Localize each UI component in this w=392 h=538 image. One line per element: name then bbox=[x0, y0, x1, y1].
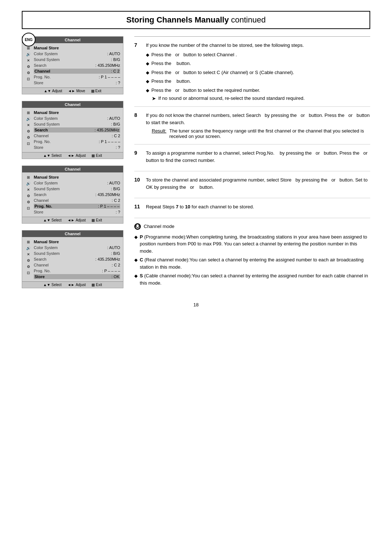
menu-box-1: Channel ⊞ 🔊 ✕ ⚙ ⚙ ⊡ Manual Store Color S… bbox=[22, 36, 123, 94]
channel-mode-p-text: P (Programme mode):When completing tunin… bbox=[140, 233, 370, 255]
step-9: 9 To assign a programme number to a chan… bbox=[134, 150, 370, 171]
menu-row: Store: ? bbox=[34, 209, 120, 215]
footer-exit: ▦Exit bbox=[91, 283, 102, 287]
channel-mode-header: Channel mode bbox=[134, 223, 370, 230]
menu-icon-sound: 🔊 bbox=[25, 245, 32, 250]
menu-row: Sound System: B/G bbox=[34, 122, 120, 127]
menu-row: Manual Store bbox=[34, 239, 120, 244]
step-11: 11 Repeat Steps 7 to 10 for each channel… bbox=[134, 203, 370, 218]
menu-icon-grid: ⊞ bbox=[25, 175, 32, 180]
bullet-item: ◆ Press the or button to select Channel … bbox=[146, 51, 370, 58]
bullet-item: ◆ Press the button. bbox=[146, 60, 370, 67]
svg-point-0 bbox=[136, 224, 139, 227]
menu-icon-text: ⊡ bbox=[25, 76, 32, 81]
menu-icon-settings: ⚙ bbox=[25, 193, 32, 198]
content-area: Channel ⊞ 🔊 ✕ ⚙ ⚙ ⊡ Manual Store Color S… bbox=[22, 36, 370, 295]
menu-3-icons: ⊞ 🔊 ✕ ⚙ ⚙ ⊡ bbox=[25, 175, 32, 215]
step-number-7: 7 bbox=[134, 42, 142, 101]
step-10-intro: To store the channel and associated prog… bbox=[146, 176, 370, 191]
menu-row: Sound System: B/G bbox=[34, 186, 120, 191]
channel-mode-bullet-s: ◆ S (Cable channel mode):You can select … bbox=[134, 272, 370, 286]
diamond-icon: ◆ bbox=[134, 234, 138, 255]
menu-row: Search: 435.250MHz bbox=[34, 257, 120, 262]
footer-exit: ▦Exit bbox=[91, 218, 102, 222]
menu-icon-text: ⊡ bbox=[25, 270, 32, 275]
page-header: Storing Channels Manually continued bbox=[22, 11, 370, 29]
channel-mode-s-text: S (Cable channel mode):You can select a … bbox=[140, 272, 370, 286]
footer-adjust: ◄►Adjust bbox=[68, 283, 86, 287]
page-title: Storing Channels Manually continued bbox=[30, 15, 362, 25]
diamond-icon: ◆ bbox=[134, 273, 138, 286]
menu-1-icons: ⊞ 🔊 ✕ ⚙ ⚙ ⊡ bbox=[25, 45, 32, 85]
menu-row: Color System: AUTO bbox=[34, 51, 120, 56]
bullet-text: Press the button. bbox=[151, 60, 191, 67]
menu-row: Store: ? bbox=[34, 80, 120, 85]
menu-icon-text: ⊡ bbox=[25, 141, 32, 146]
channel-mode-section: Channel mode ◆ P (Programme mode):When c… bbox=[134, 223, 370, 287]
menu-1-footer: ▲▼Adjust ◄►Move ▦Exit bbox=[22, 87, 123, 94]
menu-icon-settings: ⚙ bbox=[25, 129, 32, 134]
step-11-intro: Repeat Steps 7 to 10 for each channel to… bbox=[146, 203, 370, 211]
step-number-10: 10 bbox=[134, 176, 142, 193]
menu-4-body: ⊞ 🔊 ✕ ⚙ ⚙ ⊡ Manual Store Color System: A… bbox=[22, 237, 123, 281]
step-10-content: To store the channel and associated prog… bbox=[146, 176, 370, 193]
channel-mode-c-text: C (Real channel mode):You can select a c… bbox=[140, 256, 370, 270]
menu-box-3: Channel ⊞ 🔊 ✕ ⚙ ⚙ ⊡ Manual Store Color S… bbox=[22, 166, 123, 224]
menu-row: Manual Store bbox=[34, 45, 120, 50]
menu-icon-text: ⊡ bbox=[25, 205, 32, 211]
right-column: 7 If you know the number of the channel … bbox=[134, 36, 370, 295]
menu-row: Search: 435.250MHz bbox=[34, 192, 120, 197]
result-block: Result: The tuner scans the frequency ra… bbox=[152, 128, 370, 139]
menu-icon-x: ✕ bbox=[25, 187, 32, 192]
menu-box-2: Channel ⊞ 🔊 ✕ ⚙ ⚙ ⊡ Manual Store Color S… bbox=[22, 101, 123, 159]
menu-row: Color System: AUTO bbox=[34, 180, 120, 186]
menu-icon-sound: 🔊 bbox=[25, 52, 32, 57]
menu-4-footer: ▲▼Select ◄►Adjust ▦Exit bbox=[22, 281, 123, 288]
menu-3-rows: Manual Store Color System: AUTO Sound Sy… bbox=[34, 175, 120, 215]
menu-2-body: ⊞ 🔊 ✕ ⚙ ⚙ ⊡ Manual Store Color System: A… bbox=[22, 108, 123, 152]
menu-icon-grid: ⊞ bbox=[25, 239, 32, 244]
menu-icon-settings: ⚙ bbox=[25, 258, 32, 263]
menu-icon-settings2: ⚙ bbox=[25, 70, 32, 75]
menu-4-rows: Manual Store Color System: AUTO Sound Sy… bbox=[34, 239, 120, 279]
bullet-text: Press the or button to select Channel . bbox=[151, 51, 237, 58]
menu-row: Prog. No.: P – – – – bbox=[34, 268, 120, 273]
menu-row: Prog. No.: P 1 – – – – bbox=[34, 74, 120, 80]
eng-badge: ENG bbox=[22, 33, 36, 46]
menu-3-body: ⊞ 🔊 ✕ ⚙ ⚙ ⊡ Manual Store Color System: A… bbox=[22, 172, 123, 217]
step-9-content: To assign a programme number to a channe… bbox=[146, 150, 370, 166]
menu-row: Manual Store bbox=[34, 110, 120, 115]
channel-mode-bullet-c: ◆ C (Real channel mode):You can select a… bbox=[134, 256, 370, 270]
menu-row-highlighted: Channel: C 2 bbox=[34, 69, 120, 74]
diamond-icon: ◆ bbox=[146, 69, 149, 76]
menu-2-icons: ⊞ 🔊 ✕ ⚙ ⚙ ⊡ bbox=[25, 110, 32, 150]
menu-icon-settings2: ⚙ bbox=[25, 264, 32, 269]
top-divider bbox=[134, 36, 370, 37]
footer-adjust: ▲▼Adjust bbox=[44, 89, 62, 93]
bullet-text: Press the or button to select the requir… bbox=[151, 87, 260, 94]
step-7: 7 If you know the number of the channel … bbox=[134, 42, 370, 107]
diamond-icon: ◆ bbox=[146, 87, 149, 94]
page-number: 18 bbox=[0, 295, 392, 315]
note-arrow-icon: ➤ bbox=[152, 95, 156, 101]
menu-1-body: ⊞ 🔊 ✕ ⚙ ⚙ ⊡ Manual Store Color System: A… bbox=[22, 43, 123, 87]
menu-3-header: Channel bbox=[22, 166, 123, 172]
note-block: ➤ If no sound or abnormal sound, re-sele… bbox=[152, 95, 370, 101]
diamond-icon: ◆ bbox=[146, 78, 149, 85]
footer-select: ▲▼Select bbox=[43, 218, 62, 222]
menu-row: Sound System: B/G bbox=[34, 57, 120, 62]
menu-row-highlighted: Search: 435.250MHz bbox=[34, 127, 120, 133]
step-11-content: Repeat Steps 7 to 10 for each channel to… bbox=[146, 203, 370, 213]
menu-2-rows: Manual Store Color System: AUTO Sound Sy… bbox=[34, 110, 120, 150]
menu-box-4: Channel ⊞ 🔊 ✕ ⚙ ⚙ ⊡ Manual Store Color S… bbox=[22, 230, 123, 288]
menu-icon-x: ✕ bbox=[25, 58, 32, 63]
diamond-icon: ◆ bbox=[146, 60, 149, 67]
menu-4-icons: ⊞ 🔊 ✕ ⚙ ⚙ ⊡ bbox=[25, 239, 32, 279]
menu-icon-x: ✕ bbox=[25, 122, 32, 127]
footer-move: ◄►Move bbox=[68, 89, 85, 93]
menu-row: Channel: C 2 bbox=[34, 198, 120, 203]
mic-icon bbox=[134, 223, 141, 230]
left-column: Channel ⊞ 🔊 ✕ ⚙ ⚙ ⊡ Manual Store Color S… bbox=[22, 36, 123, 295]
menu-row-highlighted: Store: OK bbox=[34, 274, 120, 279]
menu-icon-sound: 🔊 bbox=[25, 116, 32, 121]
